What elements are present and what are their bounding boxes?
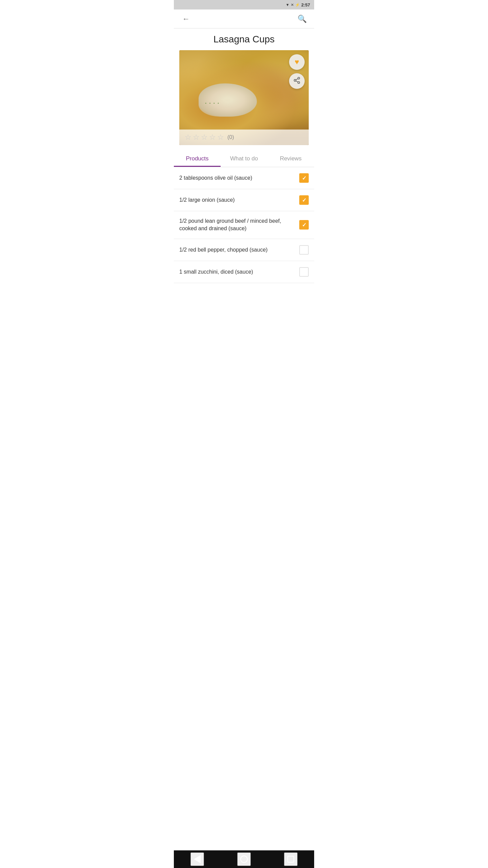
svg-line-4	[296, 78, 298, 80]
tabs-container: Products What to do Reviews	[174, 151, 314, 167]
search-icon: 🔍	[298, 15, 307, 23]
recipe-title-container: Lasagna Cups	[174, 28, 314, 50]
ingredient-text: 1/2 large onion (sauce)	[179, 196, 299, 204]
ingredient-checkbox-3[interactable]	[299, 220, 309, 230]
ingredient-checkbox-2[interactable]	[299, 195, 309, 205]
tab-what-to-do[interactable]: What to do	[221, 151, 267, 167]
tab-products[interactable]: Products	[174, 151, 221, 167]
star-2[interactable]: ☆	[193, 133, 200, 142]
fab-container: ♥	[289, 54, 305, 89]
svg-line-3	[296, 81, 298, 82]
ingredients-list: 2 tablespoons olive oil (sauce) 1/2 larg…	[174, 167, 314, 283]
ingredient-checkbox-4[interactable]	[299, 245, 309, 255]
ingredient-item: 2 tablespoons olive oil (sauce)	[174, 167, 314, 189]
ingredient-checkbox-5[interactable]	[299, 267, 309, 277]
star-4[interactable]: ☆	[209, 133, 216, 142]
battery-icon: ⚡	[295, 3, 300, 7]
ingredient-text: 1/2 pound lean ground beef / minced beef…	[179, 217, 299, 233]
signal-icon: ✕	[291, 3, 294, 7]
status-icons: ▼ ✕ ⚡ 2:57	[286, 2, 310, 7]
stars-container: ☆ ☆ ☆ ☆ ☆	[185, 133, 224, 142]
share-button[interactable]	[289, 73, 305, 89]
star-1[interactable]: ☆	[185, 133, 191, 142]
share-icon	[293, 77, 301, 86]
ingredient-text: 1 small zucchini, diced (sauce)	[179, 268, 299, 276]
back-icon: ←	[182, 15, 190, 23]
recipe-title: Lasagna Cups	[179, 34, 309, 45]
ingredient-item: 1/2 red bell pepper, chopped (sauce)	[174, 239, 314, 261]
rating-bar: ☆ ☆ ☆ ☆ ☆ (0)	[179, 130, 309, 145]
ingredient-checkbox-1[interactable]	[299, 173, 309, 183]
top-nav: ← 🔍	[174, 9, 314, 28]
ingredient-text: 1/2 red bell pepper, chopped (sauce)	[179, 246, 299, 254]
ingredient-item: 1 small zucchini, diced (sauce)	[174, 261, 314, 283]
star-3[interactable]: ☆	[201, 133, 208, 142]
ingredient-item: 1/2 pound lean ground beef / minced beef…	[174, 211, 314, 239]
tab-reviews[interactable]: Reviews	[267, 151, 314, 167]
search-button[interactable]: 🔍	[295, 12, 309, 26]
recipe-image-container: ♥ ☆	[179, 50, 309, 145]
back-button[interactable]: ←	[179, 12, 193, 26]
heart-icon: ♥	[294, 58, 299, 66]
ingredient-text: 2 tablespoons olive oil (sauce)	[179, 174, 299, 182]
wifi-icon: ▼	[286, 3, 289, 7]
star-5[interactable]: ☆	[217, 133, 224, 142]
favorite-button[interactable]: ♥	[289, 54, 305, 70]
status-time: 2:57	[301, 2, 310, 7]
recipe-image: ♥ ☆	[179, 50, 309, 145]
rating-count: (0)	[227, 134, 234, 140]
status-bar: ▼ ✕ ⚡ 2:57	[174, 0, 314, 9]
ingredient-item: 1/2 large onion (sauce)	[174, 189, 314, 211]
